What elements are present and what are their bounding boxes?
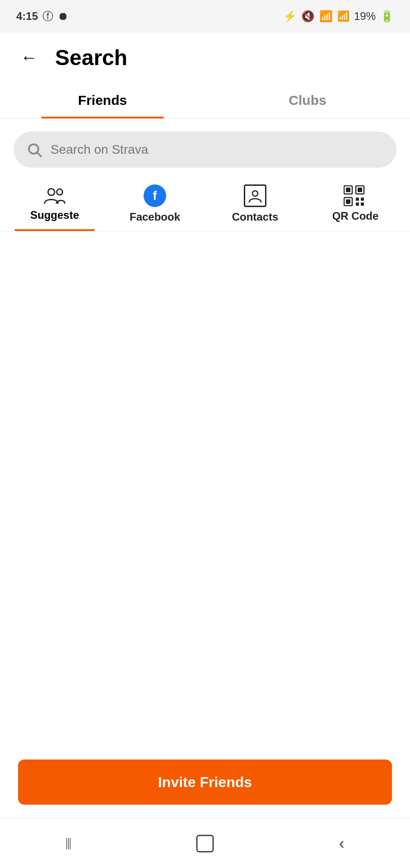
battery-percent: 19%: [354, 10, 376, 23]
svg-rect-15: [197, 835, 213, 852]
video-status-icon: ⏺: [58, 10, 69, 23]
back-nav-icon: ‹: [339, 834, 345, 853]
search-container: [0, 119, 410, 177]
svg-rect-8: [346, 199, 350, 204]
sub-tab-contacts[interactable]: Contacts: [205, 177, 305, 231]
svg-rect-13: [356, 203, 359, 206]
sub-tab-qrcode[interactable]: QR Code: [305, 177, 405, 231]
bottom-nav: ⦀ ‹: [0, 818, 410, 868]
svg-point-2: [48, 189, 55, 195]
tab-friends[interactable]: Friends: [0, 82, 205, 118]
battery-icon: 🔋: [380, 10, 394, 23]
qr-code-icon: [344, 185, 367, 206]
svg-rect-10: [358, 188, 362, 192]
svg-rect-6: [346, 188, 350, 192]
search-input[interactable]: [51, 142, 384, 157]
bluetooth-icon: ⚡: [283, 10, 297, 23]
nav-recent-apps[interactable]: ⦀: [50, 830, 86, 857]
recent-apps-icon: ⦀: [65, 834, 72, 853]
svg-rect-11: [356, 198, 359, 201]
sub-tab-contacts-label: Contacts: [232, 211, 279, 223]
svg-rect-12: [361, 198, 364, 201]
svg-point-4: [252, 191, 258, 196]
sub-tab-facebook[interactable]: f Facebook: [105, 177, 205, 231]
sub-tab-qrcode-label: QR Code: [332, 210, 379, 222]
mute-icon: 🔇: [301, 10, 315, 23]
contacts-icon: [244, 184, 266, 207]
search-box: [14, 132, 396, 168]
main-tabs: Friends Clubs: [0, 82, 410, 119]
svg-point-3: [57, 189, 63, 195]
status-bar: 4:15 ⓕ ⏺ ⚡ 🔇 📶 📶 19% 🔋: [0, 0, 410, 33]
facebook-status-icon: ⓕ: [42, 9, 53, 24]
search-icon: [26, 142, 42, 158]
header: ← Search: [0, 33, 410, 82]
status-left: 4:15 ⓕ ⏺: [16, 9, 69, 24]
facebook-icon: f: [144, 184, 166, 207]
status-right: ⚡ 🔇 📶 📶 19% 🔋: [283, 10, 394, 23]
invite-friends-button[interactable]: Invite Friends: [18, 760, 392, 805]
svg-rect-14: [361, 203, 364, 206]
back-arrow-icon: ←: [20, 49, 37, 66]
nav-back[interactable]: ‹: [324, 830, 360, 857]
suggest-people-icon: [44, 186, 65, 205]
invite-btn-container: Invite Friends: [0, 747, 410, 818]
wifi-icon: 📶: [319, 10, 333, 23]
page-title: Search: [55, 45, 127, 70]
status-time: 4:15: [16, 10, 38, 23]
content-area: [0, 231, 410, 747]
back-button[interactable]: ←: [16, 45, 42, 70]
sub-tab-suggeste[interactable]: Suggeste: [5, 177, 105, 231]
nav-home[interactable]: [187, 830, 223, 857]
tab-clubs[interactable]: Clubs: [205, 82, 410, 118]
svg-line-1: [37, 153, 41, 156]
home-square-icon: [195, 833, 215, 854]
signal-icon: 📶: [337, 10, 349, 22]
sub-tab-suggeste-label: Suggeste: [30, 209, 79, 222]
sub-tabs: Suggeste f Facebook Contacts: [0, 177, 410, 231]
sub-tab-facebook-label: Facebook: [130, 211, 180, 223]
